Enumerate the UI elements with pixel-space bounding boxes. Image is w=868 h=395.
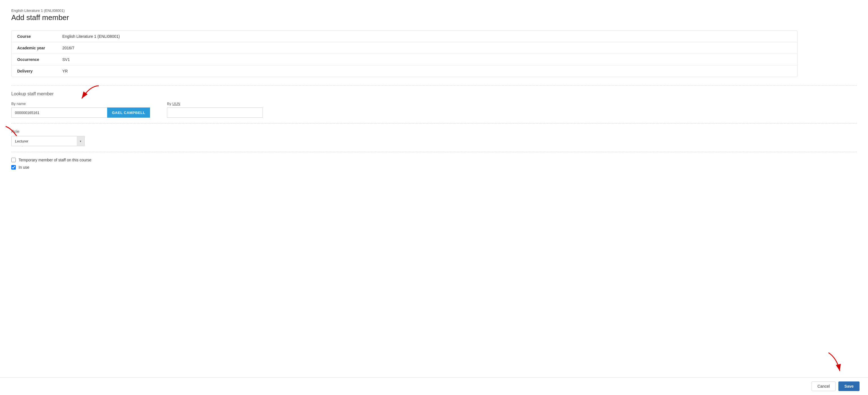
info-label-course: Course	[17, 34, 62, 39]
by-uun-label: By UUN	[167, 101, 263, 106]
checkboxes-section: Temporary member of staff on this course…	[11, 158, 857, 170]
info-value-course: English Literature 1 (ENLI08001)	[62, 34, 120, 39]
in-use-label: In use	[19, 165, 29, 170]
role-section: Role Lecturer Tutor Course Organiser Tea…	[11, 129, 857, 146]
temp-staff-label: Temporary member of staff on this course	[19, 158, 91, 162]
info-row-occurrence: Occurrence SV1	[11, 54, 797, 65]
by-uun-field-group: By UUN	[167, 101, 263, 118]
info-row-academic-year: Academic year 2016/7	[11, 42, 797, 54]
by-uun-input[interactable]	[167, 108, 263, 118]
checkbox-row-in-use: In use	[11, 165, 857, 170]
info-label-delivery: Delivery	[17, 69, 62, 73]
lookup-title: Lookup staff member	[11, 91, 857, 96]
name-input-group: GAEL CAMPBELL	[11, 108, 150, 118]
temp-staff-checkbox[interactable]	[11, 158, 16, 162]
section-divider-3	[11, 152, 857, 152]
arrow-decoration-1	[68, 83, 101, 105]
info-label-occurrence: Occurrence	[17, 57, 62, 62]
gael-campbell-button[interactable]: GAEL CAMPBELL	[107, 108, 150, 118]
info-row-course: Course English Literature 1 (ENLI08001)	[11, 31, 797, 42]
by-name-input[interactable]	[11, 108, 107, 118]
page-subtitle: English Literature 1 (ENLI08001)	[11, 8, 857, 13]
info-value-occurrence: SV1	[62, 57, 70, 62]
checkbox-row-temp: Temporary member of staff on this course	[11, 158, 857, 162]
info-value-academic-year: 2016/7	[62, 46, 74, 50]
page-title: Add staff member	[11, 13, 857, 22]
role-select[interactable]: Lecturer Tutor Course Organiser Teaching…	[11, 136, 85, 146]
info-table: Course English Literature 1 (ENLI08001) …	[11, 30, 798, 77]
info-value-delivery: YR	[62, 69, 68, 73]
section-divider-2	[11, 123, 857, 124]
lookup-fields: By name GAEL CAMPBELL By UUN	[11, 101, 857, 118]
info-label-academic-year: Academic year	[17, 46, 62, 50]
role-select-wrapper: Lecturer Tutor Course Organiser Teaching…	[11, 136, 85, 146]
uun-underline: UUN	[172, 101, 180, 106]
info-row-delivery: Delivery YR	[11, 65, 797, 77]
lookup-section: Lookup staff member By name GAEL CAMPBEL…	[11, 91, 857, 118]
role-label: Role	[11, 129, 857, 134]
in-use-checkbox[interactable]	[11, 165, 16, 170]
